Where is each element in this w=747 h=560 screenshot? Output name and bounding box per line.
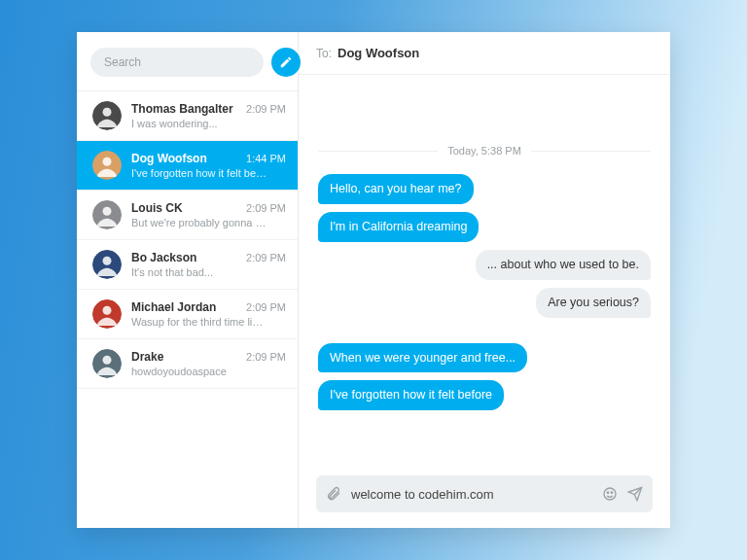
svg-point-11 [103,356,112,365]
conversation-name: Louis CK [131,201,183,215]
svg-point-1 [103,108,112,117]
avatar [92,101,122,130]
conversation-name: Drake [131,350,163,364]
message-outgoing: I'm in California dreaming [318,212,651,242]
chat-pane: To: Dog Woofson Today, 5:38 PM Hello, ca… [299,32,670,528]
message-incoming: Are you serious? [318,288,651,318]
conversation-preview: It's not that bad... [131,266,286,278]
conversation-time: 1:44 PM [246,153,286,164]
message-bubble: I'm in California dreaming [318,212,479,242]
conversation-item[interactable]: Dog Woofson1:44 PMI've forgotten how it … [77,141,298,191]
conversation-item[interactable]: Michael Jordan2:09 PMWasup for the third… [77,290,298,339]
svg-point-7 [103,257,112,265]
composer [316,475,653,512]
search-row [77,32,298,91]
conversation-time: 2:09 PM [246,301,286,313]
conversation-preview: But we're probably gonna … [131,217,286,228]
conversation-item[interactable]: Bo Jackson2:09 PMIt's not that bad... [77,240,298,290]
conversation-time: 2:09 PM [246,103,286,115]
message-bubble: Hello, can you hear me? [318,174,474,204]
conversation-preview: I've forgotten how it felt be… [131,167,286,179]
conversation-list: Thomas Bangalter2:09 PMI was wondering..… [77,91,298,528]
attachment-icon[interactable] [326,486,341,502]
chat-app: Thomas Bangalter2:09 PMI was wondering..… [77,32,670,528]
conversation-preview: howdoyoudoaspace [131,366,286,377]
chat-timestamp: Today, 5:38 PM [318,145,651,157]
avatar [92,200,122,229]
svg-point-5 [103,207,112,216]
avatar [92,151,122,180]
compose-icon [279,55,293,69]
conversation-time: 2:09 PM [246,252,286,263]
svg-point-9 [103,306,112,315]
conversation-item[interactable]: Thomas Bangalter2:09 PMI was wondering..… [77,91,298,141]
conversation-name: Thomas Bangalter [131,102,233,116]
avatar [92,349,122,378]
message-incoming: ... about who we used to be. [318,250,651,280]
conversation-item[interactable]: Louis CK2:09 PMBut we're probably gonna … [77,191,298,240]
svg-point-3 [103,158,112,166]
conversation-name: Dog Woofson [131,152,207,165]
conversation-text: Dog Woofson1:44 PMI've forgotten how it … [131,152,286,179]
to-label: To: [316,47,332,60]
avatar [92,250,122,279]
message-outgoing: Hello, can you hear me? [318,174,651,204]
message-outgoing: When we were younger and free... [318,343,651,373]
conversation-time: 2:09 PM [246,351,286,363]
send-icon[interactable] [627,486,643,502]
search-input[interactable] [90,48,264,77]
svg-point-12 [604,488,616,500]
message-input[interactable] [351,487,592,502]
conversation-preview: Wasup for the third time li… [131,316,286,328]
conversation-item[interactable]: Drake2:09 PMhowdoyoudoaspace [77,339,298,389]
conversation-text: Louis CK2:09 PMBut we're probably gonna … [131,201,286,228]
message-gap [318,322,651,339]
message-bubble: Are you serious? [536,288,651,318]
conversation-text: Bo Jackson2:09 PMIt's not that bad... [131,251,286,278]
emoji-icon[interactable] [602,486,618,502]
message-bubble: When we were younger and free... [318,343,527,373]
conversation-name: Bo Jackson [131,251,196,264]
sidebar: Thomas Bangalter2:09 PMI was wondering..… [77,32,299,528]
conversation-text: Drake2:09 PMhowdoyoudoaspace [131,350,286,377]
svg-point-13 [607,492,608,493]
message-bubble: ... about who we used to be. [476,250,651,280]
message-bubble: I've forgotten how it felt before [318,380,504,410]
svg-point-14 [611,492,612,493]
avatar [92,299,122,329]
to-name: Dog Woofson [338,46,419,60]
conversation-text: Thomas Bangalter2:09 PMI was wondering..… [131,102,286,129]
conversation-preview: I was wondering... [131,118,286,129]
conversation-time: 2:09 PM [246,202,286,214]
compose-button[interactable] [271,48,301,77]
conversation-name: Michael Jordan [131,300,216,314]
message-outgoing: I've forgotten how it felt before [318,380,651,410]
message-list: Today, 5:38 PM Hello, can you hear me?I'… [299,75,670,464]
conversation-text: Michael Jordan2:09 PMWasup for the third… [131,300,286,328]
chat-header: To: Dog Woofson [299,32,670,75]
